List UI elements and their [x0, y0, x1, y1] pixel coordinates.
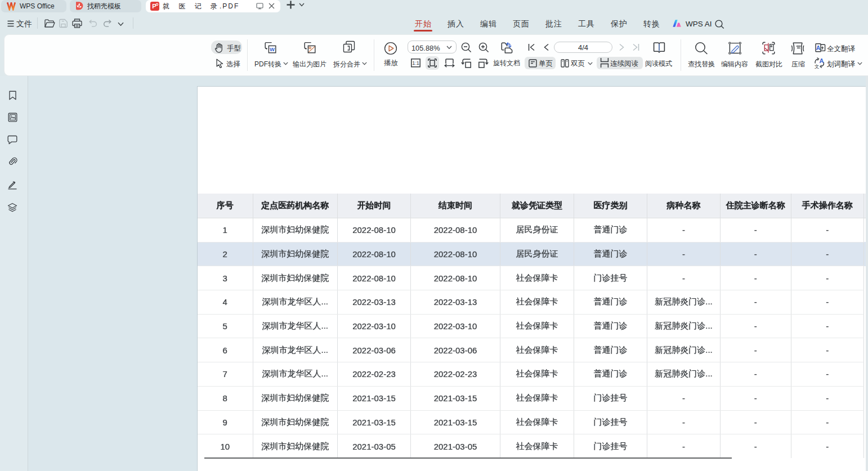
svg-text:1:1: 1:1	[412, 60, 419, 66]
svg-text:A: A	[820, 57, 824, 64]
svg-text:A: A	[816, 44, 821, 51]
svg-text:文: 文	[815, 64, 820, 69]
svg-text:W: W	[270, 46, 275, 52]
svg-text:P: P	[152, 3, 156, 10]
